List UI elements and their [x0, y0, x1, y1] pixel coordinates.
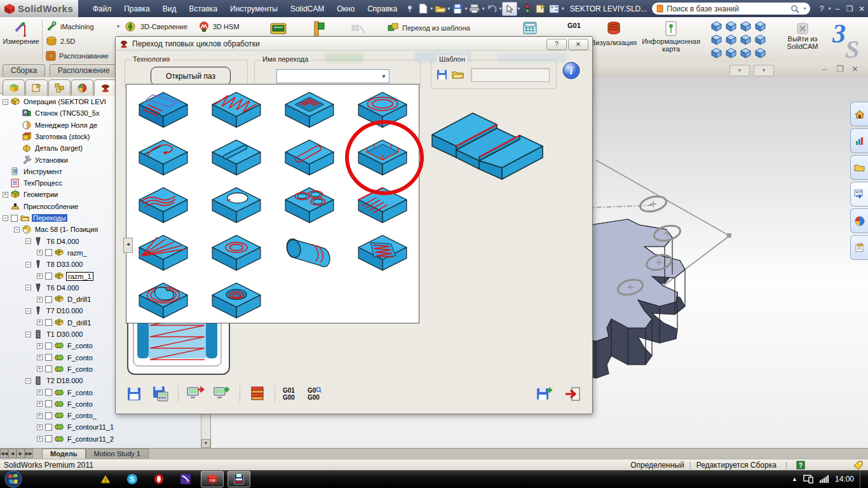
- tree-checkbox[interactable]: [45, 273, 52, 280]
- tree-item-геометрии[interactable]: +Геометрии: [3, 189, 59, 200]
- template-thumb-cylinder[interactable]: [273, 227, 346, 275]
- template-thumb-circleface[interactable]: [200, 227, 273, 275]
- traffic-light-icon[interactable]: [521, 3, 534, 15]
- template-thumb-zigzag3d[interactable]: [346, 227, 419, 275]
- tree-item-t2-d18-000[interactable]: −T2 D18.000: [25, 375, 84, 386]
- g01-toolbar-label[interactable]: G01: [567, 22, 581, 29]
- tree-item-деталь-target-[interactable]: Деталь (target): [14, 142, 84, 154]
- imachining-button[interactable]: iMachining: [46, 19, 121, 34]
- undo-icon[interactable]: [485, 3, 498, 15]
- expander-icon[interactable]: +: [37, 366, 43, 372]
- open-icon[interactable]: [433, 3, 447, 15]
- view-cube-icon[interactable]: [740, 34, 754, 47]
- search-icon[interactable]: [790, 4, 799, 13]
- template-thumb-wave[interactable]: [126, 180, 200, 227]
- status-help-icon[interactable]: ?: [796, 461, 805, 470]
- tree-item-станок-tnc530_5x[interactable]: Станок (TNC530_5x: [14, 107, 100, 119]
- tree-item-f_conto[interactable]: +F_conto: [37, 352, 94, 363]
- tree-checkbox[interactable]: [45, 400, 52, 407]
- print-icon[interactable]: [468, 3, 481, 15]
- taskbar-opera-icon[interactable]: [147, 471, 170, 487]
- doc-restore-button[interactable]: ❐: [836, 64, 844, 74]
- start-button[interactable]: [4, 470, 23, 488]
- tray-display-icon[interactable]: [803, 475, 813, 484]
- task-pane-folder-tab[interactable]: [850, 155, 868, 180]
- expander-icon[interactable]: −: [25, 262, 31, 268]
- taskbar-skype-icon[interactable]: S: [121, 471, 144, 487]
- tree-item-t6-d4-000[interactable]: −T6 D4.000: [25, 282, 80, 294]
- expander-icon[interactable]: +: [3, 192, 8, 198]
- menu-7[interactable]: Справка: [362, 2, 403, 16]
- expander-icon[interactable]: +: [37, 250, 43, 255]
- nav-next-button[interactable]: ▶: [17, 449, 25, 458]
- expander-icon[interactable]: −: [3, 99, 8, 105]
- transition-name-combo[interactable]: ▼: [276, 69, 390, 83]
- tree-checkbox[interactable]: [45, 365, 52, 372]
- tree-item-t1-d30-000[interactable]: −T1 D30.000: [25, 329, 84, 340]
- info-icon[interactable]: i: [562, 61, 581, 80]
- tree-item-f_conto[interactable]: +F_conto: [37, 387, 94, 398]
- new-caret[interactable]: ▾: [430, 6, 433, 11]
- 3d-hsm-button[interactable]: 3D HSM: [198, 19, 240, 34]
- task-pane-home-tab[interactable]: [850, 102, 868, 126]
- template-thumb-angslot[interactable]: [200, 132, 273, 180]
- template-thumb-zigzag[interactable]: [200, 85, 273, 132]
- g01-g00-button[interactable]: G01G00: [283, 387, 295, 401]
- from-template-button[interactable]: Переход из шаблона: [388, 20, 470, 35]
- menu-0[interactable]: Файл: [87, 2, 118, 16]
- calculator-icon[interactable]: [523, 22, 537, 34]
- expander-icon[interactable]: −: [25, 332, 31, 337]
- status-tag-icon[interactable]: [853, 461, 868, 470]
- template-thumb-steploop[interactable]: [126, 132, 200, 180]
- expander-icon[interactable]: −: [25, 308, 31, 314]
- tree-item-f_conto_[interactable]: +F_conto_: [37, 410, 98, 421]
- save-transition-icon[interactable]: [125, 385, 144, 403]
- expander-icon[interactable]: +: [37, 413, 43, 419]
- tree-item-t7-d10-000[interactable]: −T7 D10.000: [25, 305, 84, 316]
- template-save-icon[interactable]: [437, 69, 447, 80]
- template-thumb-roundpocket[interactable]: [200, 275, 273, 323]
- measure-button[interactable]: Измерение: [1, 21, 41, 45]
- dialog-help-button[interactable]: ?: [546, 39, 567, 50]
- headsup-button-1[interactable]: ▾: [729, 65, 750, 76]
- tree-item-техпроцесс[interactable]: ТехПроцесс: [3, 177, 64, 189]
- nav-first-button[interactable]: ◀◀: [0, 449, 8, 458]
- tree-checkbox[interactable]: [45, 249, 52, 256]
- tree-item-менеджер-ноля-де[interactable]: Менеджер Ноля де: [14, 119, 98, 131]
- taskbar-solidcam-button[interactable]: [227, 471, 250, 487]
- select-cursor-icon[interactable]: [502, 2, 517, 16]
- exit-solidcam-button[interactable]: Выйти из SolidCAM: [776, 22, 829, 50]
- search-caret[interactable]: ▾: [803, 6, 806, 11]
- save-caret[interactable]: ▾: [465, 6, 467, 11]
- expander-icon[interactable]: +: [37, 343, 43, 349]
- template-thumb-slotoutline[interactable]: [273, 132, 346, 180]
- calc-exit-icon[interactable]: [186, 385, 205, 403]
- tree-item-d_drill1[interactable]: +D_drill1: [37, 294, 92, 305]
- visualization-button[interactable]: Визуализация: [593, 21, 634, 46]
- dialog-title-bar[interactable]: Переход типовых циклов обработки ? ✕: [116, 37, 592, 51]
- save-calc-icon[interactable]: [151, 385, 170, 403]
- template-thumb-fan[interactable]: [126, 227, 200, 275]
- tree-item-f_contour11_2[interactable]: +F_contour11_2: [37, 433, 115, 445]
- restore-button[interactable]: ❐: [844, 4, 856, 13]
- show-desktop-button[interactable]: [860, 471, 864, 487]
- tree-item-операция-sektor-levi[interactable]: −Операция (SEKTOR LEVI: [3, 96, 107, 107]
- tree-item-f_conto[interactable]: +F_conto: [37, 398, 94, 410]
- tree-item-установки[interactable]: Установки: [14, 154, 69, 166]
- expander-icon[interactable]: +: [37, 320, 43, 325]
- task-pane-forms-tab[interactable]: [850, 182, 868, 207]
- scroll-down-button[interactable]: ▼: [201, 439, 210, 448]
- tree-item-приспособление[interactable]: Приспособление: [3, 201, 79, 212]
- combo-arrow-icon[interactable]: ▼: [379, 70, 389, 83]
- tree-item-переходы[interactable]: −Переходы: [3, 212, 67, 224]
- print-caret[interactable]: ▾: [482, 6, 484, 11]
- imachining-caret[interactable]: ▾: [117, 24, 119, 29]
- tree-checkbox[interactable]: [45, 319, 52, 326]
- tree-item-f_contour11_1[interactable]: +F_contour11_1: [37, 421, 115, 433]
- template-thumb-bosses[interactable]: [273, 180, 346, 227]
- tree-checkbox[interactable]: [45, 412, 52, 419]
- help-caret[interactable]: ▾: [829, 6, 831, 11]
- expander-icon[interactable]: +: [37, 401, 43, 407]
- expander-icon[interactable]: +: [37, 390, 43, 395]
- tree-checkbox[interactable]: [45, 389, 52, 396]
